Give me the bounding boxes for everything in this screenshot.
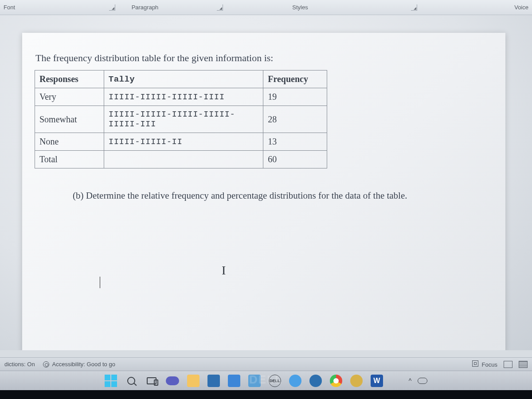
table-row: Somewhat IIIII-IIIII-IIIII-IIIII-IIIII-I… [35, 106, 327, 133]
taskbar-search-button[interactable] [125, 375, 137, 387]
accessibility-icon [43, 361, 49, 368]
read-mode-view-icon[interactable] [504, 361, 512, 368]
status-predictions[interactable]: dictions: On [4, 361, 35, 368]
print-layout-view-icon[interactable] [519, 361, 528, 368]
laptop-bezel [0, 390, 532, 399]
paragraph-dialog-launcher-icon[interactable] [217, 4, 223, 11]
cell-tally: IIIII-IIIII-IIIII-IIIII-IIIII-III [104, 106, 263, 133]
mail-icon[interactable] [228, 375, 240, 387]
document-page[interactable]: The frequency distribution table for the… [22, 33, 505, 350]
cell-tally: IIIII-IIIII-IIIII-IIII [104, 88, 263, 106]
ribbon: Font Paragraph Styles Voice [0, 0, 532, 15]
browser-ie-icon[interactable] [289, 375, 301, 387]
intro-sentence: The frequency distribution table for the… [35, 52, 488, 64]
table-row: None IIIII-IIIII-II 13 [35, 133, 327, 151]
ribbon-styles-label: Styles [292, 4, 308, 11]
focus-icon [472, 360, 478, 367]
ribbon-paragraph-label: Paragraph [132, 4, 159, 11]
system-tray: ^ [409, 377, 428, 384]
task-view-icon [147, 377, 156, 384]
header-responses: Responses [35, 70, 104, 88]
ribbon-group-font: Font [0, 4, 115, 11]
ribbon-voice-label: Voice [514, 4, 528, 11]
cell-frequency: 28 [263, 106, 327, 133]
insertion-caret [100, 277, 100, 288]
dell-app-icon[interactable]: DELL [269, 375, 281, 387]
header-frequency: Frequency [263, 70, 327, 88]
header-tally: Tally [104, 70, 263, 88]
ribbon-group-styles: Styles [239, 4, 470, 11]
taskbar-app-icon[interactable] [248, 375, 261, 387]
cell-frequency: 19 [263, 88, 327, 106]
cell-response: Very [35, 88, 104, 106]
status-accessibility[interactable]: Accessibility: Good to go [43, 361, 115, 368]
status-bar: dictions: On Accessibility: Good to go F… [0, 357, 532, 371]
task-view-button[interactable] [145, 375, 158, 387]
cell-response: Somewhat [35, 106, 104, 133]
table-row-total: Total 60 [35, 151, 327, 168]
cell-frequency: 13 [263, 133, 327, 151]
ribbon-group-paragraph: Paragraph [115, 4, 239, 11]
table-row: Very IIIII-IIIII-IIIII-IIII 19 [35, 88, 327, 106]
tray-overflow-chevron-icon[interactable]: ^ [409, 377, 412, 384]
document-canvas[interactable]: The frequency distribution table for the… [0, 15, 532, 350]
onedrive-icon[interactable] [418, 378, 427, 384]
ribbon-font-label: Font [4, 4, 15, 11]
taskbar-app-icon[interactable] [350, 375, 363, 387]
word-app-icon[interactable]: W [371, 375, 383, 387]
taskbar-teams-chat-icon[interactable] [166, 376, 179, 385]
microsoft-store-icon[interactable] [207, 375, 220, 387]
text-cursor-icon: I [222, 263, 226, 278]
focus-mode-button[interactable]: Focus [472, 360, 497, 368]
font-dialog-launcher-icon[interactable] [109, 4, 115, 11]
file-explorer-icon[interactable] [187, 375, 200, 387]
cell-frequency: 60 [263, 151, 327, 168]
search-icon [127, 377, 135, 385]
windows-taskbar: DELL W ^ [0, 371, 532, 390]
start-button[interactable] [105, 375, 117, 387]
cell-tally: IIIII-IIIII-II [104, 133, 263, 151]
frequency-table: Responses Tally Frequency Very IIIII-III… [35, 70, 327, 168]
ribbon-group-voice: Voice [470, 4, 532, 11]
chrome-icon[interactable] [330, 375, 342, 387]
cell-response: None [35, 133, 104, 151]
cell-response: Total [35, 151, 104, 168]
styles-dialog-launcher-icon[interactable] [411, 4, 417, 11]
cell-tally [104, 151, 263, 168]
table-header-row: Responses Tally Frequency [35, 70, 327, 88]
question-b: (b) Determine the relative frequency and… [73, 189, 463, 202]
globe-app-icon[interactable] [309, 375, 322, 387]
